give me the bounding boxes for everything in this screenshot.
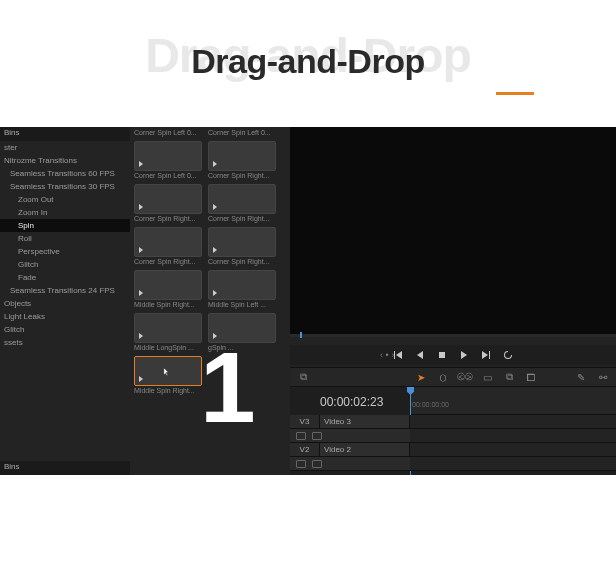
video-editor: Bins Bins sterNitrozme TransitionsSeamle… (0, 127, 616, 475)
thumbnail[interactable] (134, 141, 202, 171)
timecode-display: 00:00:02:23 (320, 395, 383, 409)
thumb-label: Corner Spin Right... (134, 258, 202, 268)
svg-rect-0 (439, 352, 445, 358)
step-back-button[interactable] (414, 349, 426, 361)
track-body[interactable] (410, 415, 616, 428)
track-name: Video 3 (320, 415, 410, 428)
thumbnail[interactable] (134, 356, 202, 386)
ripple-tool-icon[interactable]: ⧀⧁ (458, 370, 472, 384)
sidebar-item[interactable]: Light Leaks (0, 310, 130, 323)
thumbnail-panel: Corner Spin Left 0...Corner Spin Left 0.… (130, 127, 290, 475)
sidebar-item[interactable]: Spin (0, 219, 130, 232)
sidebar-item[interactable]: Fade (0, 271, 130, 284)
track-body[interactable] (410, 429, 616, 442)
thumb-label: Corner Spin Right... (208, 258, 276, 268)
thumb-label: Corner Spin Right... (208, 215, 276, 225)
sidebar-item[interactable]: Glitch (0, 323, 130, 336)
thumbnail[interactable] (208, 227, 276, 257)
thumbnail[interactable] (134, 227, 202, 257)
thumbnail[interactable] (208, 141, 276, 171)
selection-tool-icon[interactable]: ➤ (414, 370, 428, 384)
thumb-label: Middle Spin Right... (134, 387, 202, 397)
tool-row: ⧉ ➤ ⟮⟯ ⧀⧁ ▭ ⧉ ⧠ ✎ ⚯ (290, 367, 616, 387)
thumb-label: Middle Spin Left ... (208, 301, 276, 311)
track-header[interactable]: V3 (290, 415, 320, 428)
hero-underline (496, 92, 534, 95)
track-body[interactable] (410, 443, 616, 456)
thumb-label: Corner Spin Left 0... (134, 129, 202, 139)
thumbnail[interactable] (208, 270, 276, 300)
thumb-label: Corner Spin Right... (208, 172, 276, 182)
bins-panel-footer: Bins (0, 461, 130, 475)
unlink-tool-icon[interactable]: ✎ (574, 370, 588, 384)
thumb-label: Middle Spin Right... (134, 301, 202, 311)
sidebar-item[interactable]: ssets (0, 336, 130, 349)
trim-tool-icon[interactable]: ⟮⟯ (436, 370, 450, 384)
preview-monitor (290, 127, 616, 337)
sidebar-item[interactable]: Nitrozme Transitions (0, 154, 130, 167)
track-lock-icon[interactable] (296, 432, 306, 440)
sidebar-item[interactable]: ster (0, 141, 130, 154)
hero-title: Drag-and-Drop (0, 42, 616, 81)
track-controls (290, 429, 410, 442)
sidebar-item[interactable]: Zoom Out (0, 193, 130, 206)
sidebar-item[interactable]: Glitch (0, 258, 130, 271)
ruler-tick: 00:00:00:00 (412, 401, 449, 408)
track-toggle-icon[interactable] (312, 432, 322, 440)
thumbnail[interactable] (134, 184, 202, 214)
razor-tool-icon[interactable]: ▭ (480, 370, 494, 384)
mouse-cursor-icon (163, 367, 171, 377)
preview-ruler (290, 334, 616, 337)
thumbnail[interactable] (134, 313, 202, 343)
thumb-label: Corner Spin Left 0... (208, 129, 276, 139)
time-ruler[interactable]: 00:00:00:00 (410, 387, 616, 415)
sidebar-tree: sterNitrozme TransitionsSeamless Transit… (0, 141, 130, 461)
sidebar-item[interactable]: Objects (0, 297, 130, 310)
stop-button[interactable] (436, 349, 448, 361)
sidebar-item[interactable]: Roll (0, 232, 130, 245)
sidebar-item[interactable]: Zoom In (0, 206, 130, 219)
track-controls (290, 457, 410, 470)
thumb-label: Corner Spin Left 0... (134, 172, 202, 182)
play-button[interactable] (458, 349, 470, 361)
thumbnail[interactable] (134, 270, 202, 300)
track-toggle-icon[interactable] (312, 460, 322, 468)
timeline-panel: 00:00:02:23 00:00:00:00 V3Video 3V2Video… (290, 387, 616, 475)
thumbnail[interactable] (208, 184, 276, 214)
thumb-label: Middle LongSpin ... (134, 344, 202, 354)
loop-button[interactable] (502, 349, 514, 361)
sidebar-item[interactable]: Seamless Transitions 60 FPS (0, 167, 130, 180)
transport-bar: ‹ • › (290, 345, 616, 365)
go-to-end-button[interactable] (480, 349, 492, 361)
preview-playhead[interactable] (300, 332, 302, 338)
thumb-label: gSpin ... (208, 344, 276, 354)
track-name: Video 2 (320, 443, 410, 456)
sidebar-item[interactable]: Perspective (0, 245, 130, 258)
nav-chevrons[interactable]: ‹ • › (380, 350, 394, 360)
timecode-tool-icon[interactable]: ⧉ (296, 370, 310, 384)
track-header[interactable]: V2 (290, 443, 320, 456)
thumb-label: Corner Spin Right... (134, 215, 202, 225)
link-tool-icon[interactable]: ⚯ (596, 370, 610, 384)
thumbnail[interactable] (208, 313, 276, 343)
slide-tool-icon[interactable]: ⧠ (524, 370, 538, 384)
sidebar-item[interactable]: Seamless Transitions 30 FPS (0, 180, 130, 193)
sidebar-item[interactable]: Seamless Transitions 24 FPS (0, 284, 130, 297)
track-body[interactable] (410, 457, 616, 470)
track-lock-icon[interactable] (296, 460, 306, 468)
slip-tool-icon[interactable]: ⧉ (502, 370, 516, 384)
